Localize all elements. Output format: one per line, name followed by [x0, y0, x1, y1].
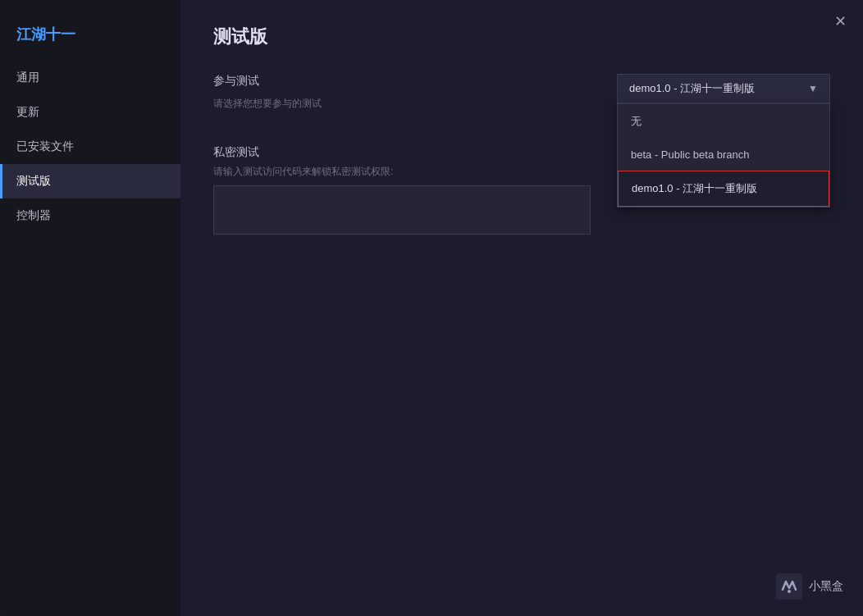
main-dialog: ✕ 江湖十一 通用 更新 已安装文件 测试版 控制器 测试版	[0, 0, 863, 616]
sidebar-item-controller[interactable]: 控制器	[0, 198, 180, 233]
footer-logo: 小黑盒	[776, 573, 843, 600]
page-title: 测试版	[213, 25, 830, 49]
dropdown-option-beta[interactable]: beta - Public beta branch	[618, 139, 829, 171]
main-content: 江湖十一 通用 更新 已安装文件 测试版 控制器 测试版 参与测试	[0, 0, 863, 616]
chevron-down-icon: ▼	[808, 83, 818, 94]
logo-text: 小黑盒	[809, 579, 843, 594]
dropdown-option-none[interactable]: 无	[618, 104, 829, 139]
beta-dropdown-button[interactable]: demo1.0 - 江湖十一重制版 ▼	[617, 74, 830, 103]
participate-section: 参与测试 请选择您想要参与的测试 demo1.0 - 江湖十一重制版 ▼ 无 b…	[213, 74, 830, 121]
sidebar-title: 江湖十一	[0, 16, 180, 61]
content-area: 测试版 参与测试 请选择您想要参与的测试 demo1.0 - 江湖十一重制版 ▼…	[180, 0, 863, 616]
participate-right: demo1.0 - 江湖十一重制版 ▼ 无 beta - Public beta…	[617, 74, 830, 103]
sidebar-item-beta[interactable]: 测试版	[0, 164, 180, 198]
sidebar-item-update[interactable]: 更新	[0, 95, 180, 130]
sidebar: 江湖十一 通用 更新 已安装文件 测试版 控制器	[0, 0, 180, 616]
beta-code-input[interactable]	[213, 185, 591, 235]
xiaoheihe-logo-icon	[776, 573, 802, 600]
participate-label: 参与测试 请选择您想要参与的测试	[213, 74, 322, 121]
sidebar-item-general[interactable]: 通用	[0, 61, 180, 95]
close-button[interactable]: ✕	[830, 11, 850, 31]
dropdown-selected-value: demo1.0 - 江湖十一重制版	[629, 81, 755, 96]
sidebar-item-installed-files[interactable]: 已安装文件	[0, 130, 180, 164]
dropdown-menu: 无 beta - Public beta branch demo1.0 - 江湖…	[617, 103, 830, 208]
dropdown-option-demo1[interactable]: demo1.0 - 江湖十一重制版	[618, 171, 829, 207]
svg-point-1	[788, 590, 791, 593]
